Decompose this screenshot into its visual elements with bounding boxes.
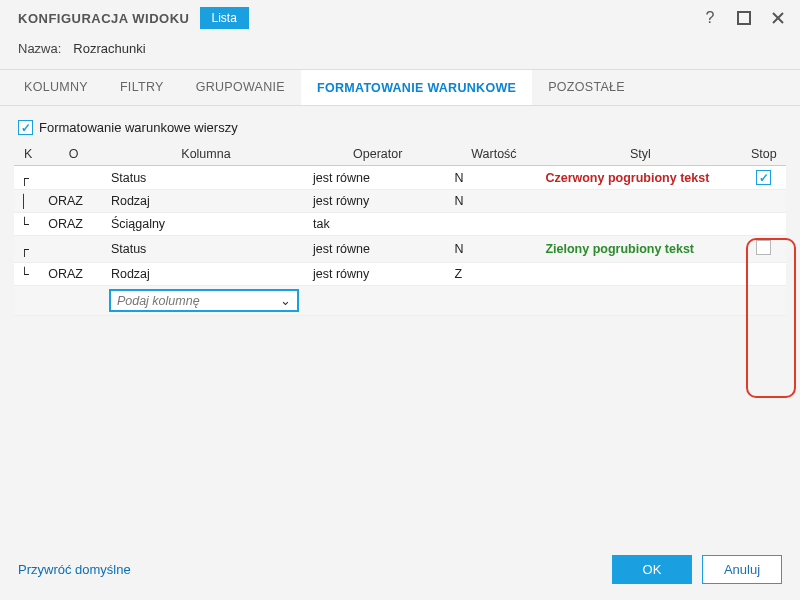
stop-checkbox[interactable] (756, 240, 771, 255)
col-k[interactable]: K (14, 143, 42, 166)
badge-lista[interactable]: Lista (200, 7, 249, 29)
col-operator[interactable]: Operator (307, 143, 448, 166)
table-row[interactable]: └ORAZRodzajjest równyZ (14, 263, 786, 286)
style-preview: Zielony pogrubiony tekst (545, 242, 694, 256)
table-row[interactable]: └ORAZŚciągalnytak (14, 213, 786, 236)
maximize-icon[interactable] (732, 6, 756, 30)
col-kolumna[interactable]: Kolumna (105, 143, 307, 166)
add-column-combo[interactable]: Podaj kolumnę ⌄ (109, 289, 299, 312)
checkbox-formatting-enabled[interactable] (18, 120, 33, 135)
chevron-down-icon: ⌄ (280, 293, 291, 308)
close-icon[interactable] (766, 6, 790, 30)
tab-pozostale[interactable]: POZOSTAŁE (532, 70, 641, 105)
col-stop[interactable]: Stop (742, 143, 787, 166)
combo-placeholder: Podaj kolumnę (117, 294, 200, 308)
tab-formatowanie[interactable]: FORMATOWANIE WARUNKOWE (301, 70, 532, 105)
name-row: Nazwa: (0, 34, 800, 69)
ok-button[interactable]: OK (612, 555, 692, 584)
cancel-button[interactable]: Anuluj (702, 555, 782, 584)
footer: Przywróć domyślne OK Anuluj (0, 543, 800, 600)
restore-defaults-link[interactable]: Przywróć domyślne (18, 562, 131, 577)
tab-filtry[interactable]: FILTRY (104, 70, 180, 105)
titlebar: KONFIGURACJA WIDOKU Lista ? (0, 0, 800, 34)
col-styl[interactable]: Styl (539, 143, 741, 166)
rules-table: K O Kolumna Operator Wartość Styl Stop ┌… (14, 143, 786, 316)
stop-checkbox[interactable] (756, 170, 771, 185)
table-row[interactable]: ┌Statusjest równeNZielony pogrubiony tek… (14, 236, 786, 263)
table-row[interactable]: ┌Statusjest równeNCzerwony pogrubiony te… (14, 166, 786, 190)
tab-grupowanie[interactable]: GRUPOWANIE (180, 70, 301, 105)
table-row[interactable]: │ORAZRodzajjest równyN (14, 190, 786, 213)
name-input[interactable] (69, 38, 369, 59)
col-o[interactable]: O (42, 143, 105, 166)
col-wartosc[interactable]: Wartość (448, 143, 539, 166)
svg-rect-0 (738, 12, 750, 24)
tabs: KOLUMNY FILTRY GRUPOWANIE FORMATOWANIE W… (0, 69, 800, 106)
checkbox-label: Formatowanie warunkowe wierszy (39, 120, 238, 135)
tab-kolumny[interactable]: KOLUMNY (8, 70, 104, 105)
content-area: Formatowanie warunkowe wierszy K O Kolum… (0, 106, 800, 543)
window-title: KONFIGURACJA WIDOKU (18, 11, 190, 26)
help-icon[interactable]: ? (698, 6, 722, 30)
style-preview: Czerwony pogrubiony tekst (545, 171, 709, 185)
name-label: Nazwa: (18, 41, 61, 56)
